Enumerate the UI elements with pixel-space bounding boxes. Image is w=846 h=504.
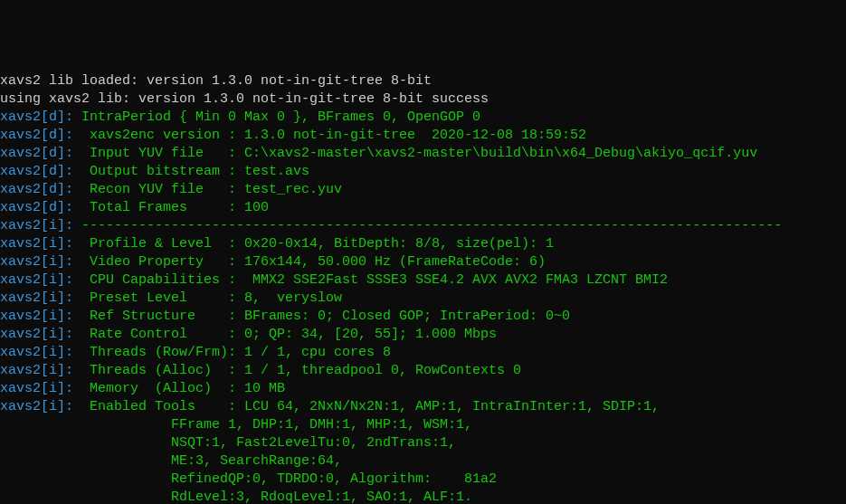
terminal-text-segment: Enabled Tools : LCU 64, 2NxN/Nx2N:1, AMP…	[73, 399, 660, 414]
terminal-line: xavs2[d]: Total Frames : 100	[0, 199, 846, 217]
terminal-text-segment: RefinedQP:0, TDRDO:0, Algorithm: 81a2	[0, 471, 497, 487]
terminal-line: xavs2 lib loaded: version 1.3.0 not-in-g…	[0, 72, 846, 90]
terminal-text-segment: xavs2[i]:	[0, 345, 73, 360]
terminal-text-segment: xavs2[i]:	[0, 218, 73, 233]
terminal-text-segment: xavs2[d]:	[0, 182, 73, 197]
terminal-line: xavs2[i]: Video Property : 176x144, 50.0…	[0, 253, 846, 271]
terminal-text-segment: IntraPeriod { Min 0 Max 0 }, BFrames 0, …	[73, 109, 480, 125]
terminal-text-segment: xavs2[i]:	[0, 363, 73, 378]
terminal-text-segment: Recon YUV file : test_rec.yuv	[73, 182, 342, 197]
terminal-text-segment: using xavs2 lib: version 1.3.0 not-in-gi…	[0, 91, 489, 107]
terminal-line: xavs2[i]: CPU Capabilities : MMX2 SSE2Fa…	[0, 271, 846, 290]
terminal-line: using xavs2 lib: version 1.3.0 not-in-gi…	[0, 90, 846, 109]
terminal-line: xavs2[i]: Preset Level : 8, veryslow	[0, 290, 846, 308]
terminal-text-segment: Profile & Level : 0x20-0x14, BitDepth: 8…	[73, 236, 554, 252]
terminal-window[interactable]: xavs2 lib loaded: version 1.3.0 not-in-g…	[0, 72, 846, 504]
terminal-text-segment: FFrame 1, DHP:1, DMH:1, MHP:1, WSM:1,	[0, 417, 472, 433]
terminal-text-segment: xavs2[d]:	[0, 146, 73, 161]
terminal-line: xavs2[i]: Threads (Row/Frm): 1 / 1, cpu …	[0, 344, 846, 362]
terminal-line: xavs2[i]: Threads (Alloc) : 1 / 1, threa…	[0, 362, 846, 380]
terminal-text-segment: xavs2[i]:	[0, 327, 73, 342]
terminal-line: xavs2[i]: Rate Control : 0; QP: 34, [20,…	[0, 326, 846, 344]
terminal-text-segment: Rate Control : 0; QP: 34, [20, 55]; 1.00…	[73, 327, 497, 342]
terminal-line: ME:3, SearchRange:64,	[0, 452, 846, 471]
terminal-text-segment: xavs2[i]:	[0, 309, 73, 324]
terminal-text-segment: Memory (Alloc) : 10 MB	[73, 381, 285, 396]
terminal-text-segment: Output bitstream : test.avs	[73, 164, 309, 179]
terminal-text-segment: Threads (Row/Frm): 1 / 1, cpu cores 8	[73, 345, 391, 360]
terminal-text-segment: Threads (Alloc) : 1 / 1, threadpool 0, R…	[73, 363, 521, 378]
terminal-line: RdLevel:3, RdoqLevel:1, SAO:1, ALF:1.	[0, 489, 846, 504]
terminal-text-segment: xavs2 lib loaded: version 1.3.0 not-in-g…	[0, 73, 432, 89]
terminal-text-segment: Video Property : 176x144, 50.000 Hz (Fra…	[73, 254, 546, 270]
terminal-text-segment: xavs2[i]:	[0, 399, 73, 414]
terminal-line: xavs2[i]: Enabled Tools : LCU 64, 2NxN/N…	[0, 398, 846, 416]
terminal-text-segment: xavs2[i]:	[0, 272, 73, 288]
terminal-text-segment: ----------------------------------------…	[73, 218, 782, 233]
terminal-text-segment: xavs2[i]:	[0, 290, 73, 306]
terminal-text-segment: Preset Level : 8, veryslow	[73, 290, 342, 306]
terminal-text-segment: NSQT:1, Fast2LevelTu:0, 2ndTrans:1,	[0, 435, 456, 451]
terminal-text-segment: xavs2[d]:	[0, 164, 73, 179]
terminal-line: xavs2[i]: Ref Structure : BFrames: 0; Cl…	[0, 308, 846, 326]
terminal-line: xavs2[d]: Recon YUV file : test_rec.yuv	[0, 181, 846, 199]
terminal-line: FFrame 1, DHP:1, DMH:1, MHP:1, WSM:1,	[0, 416, 846, 434]
terminal-text-segment: xavs2[d]:	[0, 200, 73, 215]
terminal-text-segment: Ref Structure : BFrames: 0; Closed GOP; …	[73, 309, 570, 324]
terminal-line: xavs2[d]: xavs2enc version : 1.3.0 not-i…	[0, 127, 846, 145]
terminal-line: NSQT:1, Fast2LevelTu:0, 2ndTrans:1,	[0, 434, 846, 452]
terminal-line: xavs2[i]: Memory (Alloc) : 10 MB	[0, 380, 846, 398]
terminal-line: xavs2[d]: Output bitstream : test.avs	[0, 163, 846, 181]
terminal-text-segment: xavs2[i]:	[0, 254, 73, 270]
terminal-text-segment: xavs2enc version : 1.3.0 not-in-git-tree…	[73, 128, 586, 143]
terminal-text-segment: xavs2[d]:	[0, 109, 73, 125]
terminal-line: RefinedQP:0, TDRDO:0, Algorithm: 81a2	[0, 471, 846, 489]
terminal-text-segment: RdLevel:3, RdoqLevel:1, SAO:1, ALF:1.	[0, 490, 472, 504]
terminal-text-segment: Total Frames : 100	[73, 200, 269, 215]
terminal-line: xavs2[d]: Input YUV file : C:\xavs2-mast…	[0, 145, 846, 163]
terminal-line: xavs2[i]: ------------------------------…	[0, 217, 846, 235]
terminal-text-segment: ME:3, SearchRange:64,	[0, 453, 342, 469]
terminal-text-segment: xavs2[d]:	[0, 128, 73, 143]
terminal-text-segment: xavs2[i]:	[0, 381, 73, 396]
terminal-text-segment: xavs2[i]:	[0, 236, 73, 252]
terminal-line: xavs2[d]: IntraPeriod { Min 0 Max 0 }, B…	[0, 109, 846, 127]
terminal-text-segment: CPU Capabilities : MMX2 SSE2Fast SSSE3 S…	[73, 272, 668, 288]
terminal-line: xavs2[i]: Profile & Level : 0x20-0x14, B…	[0, 235, 846, 253]
terminal-text-segment: Input YUV file : C:\xavs2-master\xavs2-m…	[73, 146, 757, 161]
